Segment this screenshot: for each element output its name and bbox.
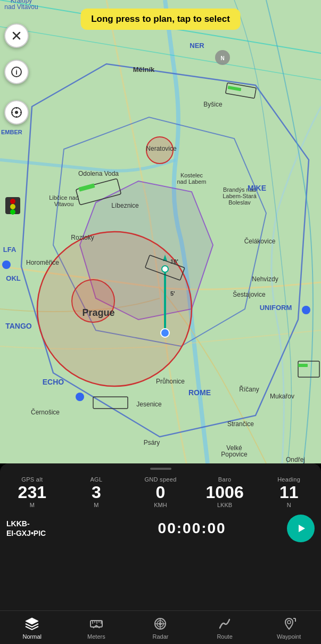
nav-normal-label: Normal [23,633,42,640]
svg-point-94 [287,621,291,624]
radar-icon [153,616,168,631]
svg-text:i: i [15,68,18,76]
svg-text:Říčany: Říčany [239,385,259,393]
svg-point-76 [15,111,18,114]
play-icon [295,523,307,534]
svg-rect-25 [298,364,308,367]
drag-handle[interactable] [150,468,171,470]
flight-id: LKKB- EI-GXJ•PIC [6,519,97,538]
agl-unit: M [94,502,98,508]
svg-text:MIKE: MIKE [248,184,266,192]
svg-text:Strančice: Strančice [227,420,254,428]
svg-text:Psáry: Psáry [144,439,160,446]
map-svg: 10' 5' N Mělník Byšice Neratovice Odolen… [0,0,321,463]
waypoint-icon [282,616,297,631]
svg-text:Byšice: Byšice [203,101,223,108]
svg-text:Roztoky: Roztoky [71,234,94,241]
svg-text:Prague: Prague [82,307,114,318]
svg-text:Popovice: Popovice [221,451,248,458]
svg-text:UNIFORM: UNIFORM [260,304,292,312]
nav-normal[interactable]: Normal [0,611,64,644]
svg-text:N: N [220,55,224,61]
svg-point-68 [10,199,15,204]
svg-text:EMBER: EMBER [1,129,22,135]
nav-meters[interactable]: Meters [64,611,129,644]
gps-alt-unit: M [30,502,35,508]
svg-text:ECHO: ECHO [43,378,64,386]
gnd-speed-label: GND speed [144,476,176,483]
svg-text:Jesenice: Jesenice [136,401,162,408]
telem-baro: Baro 1006 LKKB [193,476,257,508]
nav-waypoint[interactable]: Waypoint [257,611,321,644]
flight-row: LKKB- EI-GXJ•PIC 00:00:00 [0,510,321,547]
svg-text:Líbeznice: Líbeznice [111,202,139,209]
gps-alt-value: 231 [18,484,46,501]
svg-text:Ondřej: Ondřej [286,456,305,463]
svg-text:Mukařov: Mukařov [270,393,294,400]
svg-text:nad Labem: nad Labem [177,178,206,185]
svg-marker-81 [299,525,305,532]
svg-point-13 [162,266,168,272]
nav-route-label: Route [217,633,232,640]
nav-radar-label: Radar [153,633,169,640]
svg-text:Čelákovice: Čelákovice [244,237,276,245]
svg-point-14 [161,329,169,337]
svg-text:Libčice nad: Libčice nad [49,194,79,201]
svg-point-69 [10,204,15,209]
telem-gnd-speed: GND speed 0 KMH [128,476,193,508]
ruler-icon [89,616,104,631]
svg-text:5': 5' [170,290,175,297]
agl-label: AGL [90,476,102,483]
gnd-speed-value: 0 [156,484,166,501]
info-button[interactable]: i [4,60,29,84]
telem-heading: Heading 11 N [257,476,321,508]
telem-gps-alt: GPS alt 231 M [0,476,64,508]
svg-text:TANGO: TANGO [5,322,32,330]
nav-meters-label: Meters [87,633,105,640]
nav-radar[interactable]: Radar [128,611,193,644]
agl-value: 3 [92,484,101,501]
baro-value: 1006 [205,484,243,501]
svg-text:Průhonice: Průhonice [156,378,185,385]
flight-timer: 00:00:00 [101,520,283,537]
svg-text:Nehvizdy: Nehvizdy [252,275,278,283]
svg-text:Šestajovice: Šestajovice [233,290,266,298]
svg-text:Horoměřice: Horoměřice [26,259,59,266]
nav-waypoint-label: Waypoint [277,633,301,640]
svg-text:Labem-Stará: Labem-Stará [223,193,257,199]
svg-text:Boleslav: Boleslav [228,199,251,206]
svg-marker-82 [26,618,38,624]
heading-unit: N [287,502,291,508]
svg-point-70 [10,209,15,215]
heading-label: Heading [277,476,300,483]
map-container[interactable]: 10' 5' N Mělník Byšice Neratovice Odolen… [0,0,321,463]
svg-text:Kostelec: Kostelec [180,172,203,178]
svg-text:ROME: ROME [188,388,211,397]
svg-text:Neratovice: Neratovice [146,145,177,152]
gnd-speed-unit: KMH [154,502,167,508]
telemetry-row: GPS alt 231 M AGL 3 M GND speed 0 KMH Ba… [0,472,321,510]
close-button[interactable] [4,23,29,48]
svg-point-10 [302,306,310,314]
svg-text:OKL: OKL [6,274,21,282]
play-button[interactable] [287,515,315,542]
baro-unit: LKKB [217,502,232,508]
svg-text:nad Vltavou: nad Vltavou [4,3,38,11]
bottom-panel: GPS alt 231 M AGL 3 M GND speed 0 KMH Ba… [0,463,321,644]
svg-text:Vltavou: Vltavou [54,201,74,207]
baro-label: Baro [218,476,231,483]
svg-text:NER: NER [190,42,204,50]
svg-point-9 [2,260,11,269]
bottom-nav: Normal Meters [0,610,321,644]
route-icon [217,616,232,631]
gps-alt-label: GPS alt [21,476,43,483]
svg-point-11 [76,393,84,401]
location-button[interactable] [4,100,29,125]
svg-text:LFA: LFA [3,246,17,254]
heading-value: 11 [279,484,299,501]
svg-text:Odolena Voda: Odolena Voda [78,170,119,177]
layers-icon [24,616,39,631]
telem-agl: AGL 3 M [64,476,129,508]
nav-route[interactable]: Route [193,611,257,644]
svg-text:Mělník: Mělník [133,66,155,74]
